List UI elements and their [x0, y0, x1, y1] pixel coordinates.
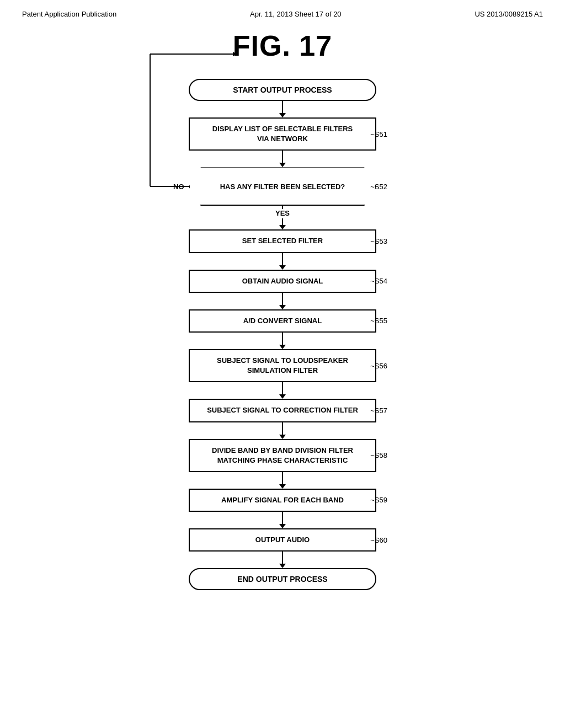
arrow-head: [279, 113, 286, 117]
arrow-1: [279, 101, 286, 117]
arrow-line: [282, 293, 283, 305]
arrow-line: [282, 333, 283, 345]
arrow-8: [279, 472, 286, 489]
arrow-line: [282, 382, 283, 394]
arrow-2: [279, 151, 286, 167]
header-date-sheet: Apr. 11, 2013 Sheet 17 of 20: [250, 10, 342, 18]
yes-arrow: [279, 218, 286, 229]
arrow-head: [279, 564, 286, 568]
step-s54: OBTAIN AUDIO SIGNAL: [189, 270, 376, 293]
no-label: NO: [173, 183, 184, 191]
arrow-head: [279, 345, 286, 349]
arrow-line: [282, 422, 283, 435]
step-s56: SUBJECT SIGNAL TO LOUDSPEAKERSIMULATION …: [189, 349, 376, 382]
header-patent-number: US 2013/0089215 A1: [475, 10, 543, 18]
yes-label: YES: [275, 209, 290, 217]
step-s52-container: NO HAS ANY FILTER BEEN SELECTED? ~S52: [145, 167, 420, 206]
arrow-line: [282, 253, 283, 265]
arrow-head: [279, 484, 286, 489]
arrow-6: [279, 382, 286, 399]
step-start-row: START OUTPUT PROCESS: [145, 79, 420, 101]
arrow-3: [279, 253, 286, 270]
page-header: Patent Application Publication Apr. 11, …: [0, 0, 565, 24]
arrow-head: [279, 163, 286, 167]
step-s51: DISPLAY LIST OF SELECTABLE FILTERSVIA NE…: [189, 117, 376, 151]
arrow-head: [279, 305, 286, 309]
arrow-line: [282, 512, 283, 524]
arrow-head: [279, 225, 286, 229]
arrow-4: [279, 293, 286, 309]
step-start: START OUTPUT PROCESS: [189, 79, 376, 101]
step-s59: AMPLIFY SIGNAL FOR EACH BAND: [189, 489, 376, 512]
step-s60: OUTPUT AUDIO: [189, 528, 376, 552]
flowchart: START OUTPUT PROCESS DISPLAY LIST OF SEL…: [0, 79, 565, 612]
step-s58: DIVIDE BAND BY BAND DIVISION FILTERMATCH…: [189, 439, 376, 472]
step-s53: SET SELECTED FILTER: [189, 229, 376, 253]
step-s57-row: SUBJECT SIGNAL TO CORRECTION FILTER ~S57: [145, 399, 420, 422]
arrow-line: [282, 472, 283, 484]
step-label-s56: ~S56: [370, 362, 387, 370]
arrow-line: [282, 218, 283, 225]
step-s57: SUBJECT SIGNAL TO CORRECTION FILTER: [189, 399, 376, 422]
step-s56-row: SUBJECT SIGNAL TO LOUDSPEAKERSIMULATION …: [145, 349, 420, 382]
arrow-9: [279, 512, 286, 528]
header-publication-label: Patent Application Publication: [22, 10, 116, 18]
figure-title: FIG. 17: [0, 29, 565, 62]
arrow-head: [279, 394, 286, 399]
arrow-head: [279, 265, 286, 270]
step-s59-row: AMPLIFY SIGNAL FOR EACH BAND ~S59: [145, 489, 420, 512]
arrow-line: [282, 552, 283, 564]
step-s52-diamond: HAS ANY FILTER BEEN SELECTED?: [189, 167, 376, 206]
step-s55: A/D CONVERT SIGNAL: [189, 309, 376, 333]
step-label-s51: ~S51: [370, 130, 387, 138]
step-label-s55: ~S55: [370, 317, 387, 325]
step-s58-row: DIVIDE BAND BY BAND DIVISION FILTERMATCH…: [145, 439, 420, 472]
step-label-s59: ~S59: [370, 496, 387, 504]
arrow-7: [279, 422, 286, 439]
step-s53-row: SET SELECTED FILTER ~S53: [145, 229, 420, 253]
step-end-row: END OUTPUT PROCESS: [145, 568, 420, 590]
step-end: END OUTPUT PROCESS: [189, 568, 376, 590]
step-s60-row: OUTPUT AUDIO ~S60: [145, 528, 420, 552]
step-label-s58: ~S58: [370, 451, 387, 459]
step-label-s57: ~S57: [370, 406, 387, 415]
step-s54-row: OBTAIN AUDIO SIGNAL ~S54: [145, 270, 420, 293]
yes-arrow-container: YES: [145, 206, 420, 229]
arrow-line: [282, 101, 283, 113]
step-s51-row: DISPLAY LIST OF SELECTABLE FILTERSVIA NE…: [145, 117, 420, 151]
arrow-5: [279, 333, 286, 349]
arrow-head: [279, 435, 286, 439]
arrow-line: [282, 151, 283, 163]
step-label-s60: ~S60: [370, 536, 387, 544]
step-s55-row: A/D CONVERT SIGNAL ~S55: [145, 309, 420, 333]
arrow-head: [279, 524, 286, 528]
arrow-10: [279, 552, 286, 568]
step-label-s54: ~S54: [370, 277, 387, 285]
step-label-s52: ~S52: [370, 183, 387, 191]
step-label-s53: ~S53: [370, 237, 387, 245]
